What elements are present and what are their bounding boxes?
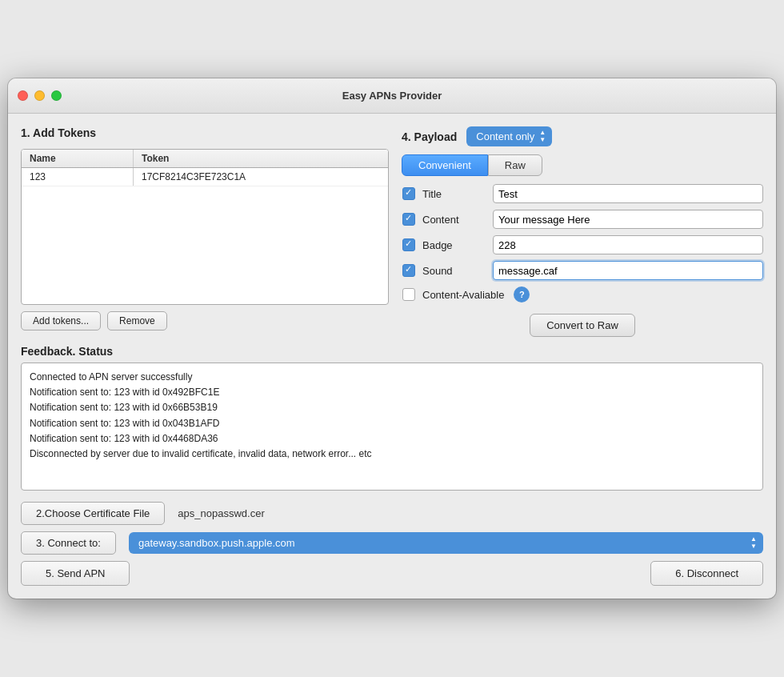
minimize-button[interactable] xyxy=(34,90,45,101)
content-avaliable-label: Content-Avaliable xyxy=(422,289,504,301)
token-value-cell: 17CF8214C3FE723C1A xyxy=(134,168,388,186)
payload-dropdown[interactable]: Content only ▲ ▼ xyxy=(466,126,552,146)
sound-checkbox[interactable] xyxy=(402,264,415,277)
remove-button[interactable]: Remove xyxy=(107,311,167,330)
feedback-line-5: Disconnected by server due to invalid ce… xyxy=(30,447,754,462)
payload-dropdown-value: Content only xyxy=(476,130,534,142)
connect-row: 3. Connect to: gateway.sandbox.push.appl… xyxy=(21,531,763,555)
col-token-header: Token xyxy=(134,150,388,167)
tokens-table: Name Token 123 17CF8214C3FE723C1A xyxy=(21,149,389,305)
sound-label: Sound xyxy=(422,265,486,277)
left-panel: 1. Add Tokens Name Token 123 17CF8214C3F… xyxy=(21,126,389,337)
certificate-filename: aps_nopasswd.cer xyxy=(178,507,264,519)
connect-label: 3. Connect to: xyxy=(21,531,116,555)
maximize-button[interactable] xyxy=(51,90,62,101)
convert-to-raw-button[interactable]: Convert to Raw xyxy=(530,314,635,337)
close-button[interactable] xyxy=(18,90,28,101)
badge-row: Badge xyxy=(402,235,763,254)
content-avaliable-checkbox-wrapper xyxy=(402,287,416,302)
window-title: Easy APNs Provider xyxy=(342,90,442,102)
sound-input[interactable] xyxy=(493,261,763,280)
dropdown-arrows-icon: ▲ ▼ xyxy=(539,130,546,143)
table-row: 123 17CF8214C3FE723C1A xyxy=(22,168,388,186)
tab-raw[interactable]: Raw xyxy=(488,154,542,176)
connect-dropdown-arrows-icon: ▲ ▼ xyxy=(750,536,757,550)
send-disconnect-row: 5. Send APN 6. Disconnect xyxy=(21,561,763,586)
disconnect-button[interactable]: 6. Disconnect xyxy=(650,561,763,586)
add-tokens-title: 1. Add Tokens xyxy=(21,126,389,139)
feedback-line-3: Notification sent to: 123 with id 0x043B… xyxy=(30,416,754,431)
payload-label: 4. Payload xyxy=(402,130,457,143)
content-label: Content xyxy=(422,214,486,226)
feedback-line-0: Connected to APN server successfully xyxy=(30,370,754,385)
right-panel: 4. Payload Content only ▲ ▼ Convenient R… xyxy=(402,126,763,337)
col-name-header: Name xyxy=(22,150,134,167)
main-content: 1. Add Tokens Name Token 123 17CF8214C3F… xyxy=(8,114,776,599)
feedback-line-2: Notification sent to: 123 with id 0x66B5… xyxy=(30,400,754,415)
badge-input[interactable] xyxy=(493,235,763,254)
token-name-cell: 123 xyxy=(22,168,134,186)
content-checkbox[interactable] xyxy=(402,213,415,226)
feedback-line-1: Notification sent to: 123 with id 0x492B… xyxy=(30,385,754,400)
add-tokens-button[interactable]: Add tokens... xyxy=(21,311,101,330)
choose-certificate-button[interactable]: 2.Choose Certificate File xyxy=(21,502,165,525)
content-row: Content xyxy=(402,210,763,229)
connect-dropdown[interactable]: gateway.sandbox.push.apple.com ▲ ▼ xyxy=(129,532,763,554)
title-checkbox-wrapper xyxy=(402,186,416,201)
sound-row: Sound xyxy=(402,261,763,280)
table-header: Name Token xyxy=(22,150,388,168)
feedback-line-4: Notification sent to: 123 with id 0x4468… xyxy=(30,431,754,447)
title-label: Title xyxy=(422,188,486,200)
table-body: 123 17CF8214C3FE723C1A xyxy=(22,168,388,304)
payload-header: 4. Payload Content only ▲ ▼ xyxy=(402,126,763,146)
feedback-section: Feedback. Status Connected to APN server… xyxy=(21,345,763,491)
content-checkbox-wrapper xyxy=(402,212,416,226)
badge-checkbox[interactable] xyxy=(402,238,415,251)
tab-bar: Convenient Raw xyxy=(402,154,763,176)
main-window: Easy APNs Provider 1. Add Tokens Name To… xyxy=(8,78,776,599)
badge-label: Badge xyxy=(422,239,486,251)
top-section: 1. Add Tokens Name Token 123 17CF8214C3F… xyxy=(21,126,763,337)
title-row: Title xyxy=(402,184,763,203)
traffic-lights xyxy=(18,90,62,101)
content-avaliable-checkbox[interactable] xyxy=(402,288,415,301)
badge-checkbox-wrapper xyxy=(402,238,416,252)
token-actions: Add tokens... Remove xyxy=(21,311,389,330)
sound-checkbox-wrapper xyxy=(402,263,416,278)
send-apn-button[interactable]: 5. Send APN xyxy=(21,561,130,586)
tab-convenient[interactable]: Convenient xyxy=(402,154,488,176)
feedback-box[interactable]: Connected to APN server successfully Not… xyxy=(21,363,763,491)
feedback-title: Feedback. Status xyxy=(21,345,763,358)
help-button[interactable]: ? xyxy=(514,286,530,302)
bottom-section: 2.Choose Certificate File aps_nopasswd.c… xyxy=(21,499,763,586)
content-avaliable-row: Content-Avaliable ? xyxy=(402,286,763,302)
connect-value: gateway.sandbox.push.apple.com xyxy=(138,537,746,549)
form-rows: Title Content xyxy=(402,184,763,302)
content-input[interactable] xyxy=(493,210,763,229)
certificate-row: 2.Choose Certificate File aps_nopasswd.c… xyxy=(21,502,763,525)
titlebar: Easy APNs Provider xyxy=(8,78,776,114)
title-checkbox[interactable] xyxy=(402,187,415,200)
title-input[interactable] xyxy=(493,184,763,203)
